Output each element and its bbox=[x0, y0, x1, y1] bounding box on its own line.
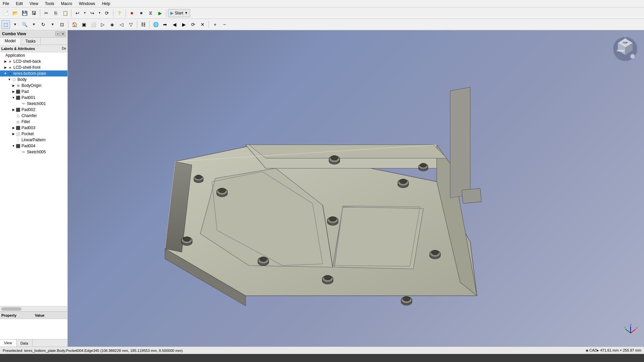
help-button[interactable]: ? bbox=[115, 9, 124, 17]
stop-button[interactable]: ■ bbox=[137, 9, 146, 17]
viewport[interactable]: TOP FRONT X Y Z ▶ bbox=[68, 30, 644, 347]
view-right-button[interactable]: ▷ bbox=[98, 20, 107, 29]
menu-file[interactable]: File bbox=[1, 1, 10, 7]
menu-edit[interactable]: Edit bbox=[14, 1, 24, 7]
select-sub-button[interactable]: ▼ bbox=[11, 20, 19, 29]
sketch005-label: Sketch005 bbox=[27, 150, 46, 154]
box-zoom-button[interactable]: ⊡ bbox=[58, 20, 66, 29]
workbench-arrow: ▼ bbox=[184, 11, 188, 15]
tree-item-body[interactable]: ▼ ⬡ Body bbox=[0, 76, 67, 83]
svg-marker-9 bbox=[249, 145, 447, 158]
arrow: ▶ bbox=[11, 126, 15, 130]
panel-close-button[interactable]: ✕ bbox=[61, 32, 65, 36]
close-nav-button[interactable]: ✕ bbox=[198, 20, 207, 29]
tree-item-pad002[interactable]: ▶ ⬛ Pad002 bbox=[0, 107, 67, 113]
view-bottom-button[interactable]: ▽ bbox=[126, 20, 135, 29]
nav-back-button[interactable]: 🌐 bbox=[151, 20, 160, 29]
tab-tasks[interactable]: Tasks bbox=[21, 38, 41, 45]
copy-button[interactable]: ⎘ bbox=[51, 9, 60, 17]
remove-button[interactable]: − bbox=[220, 20, 229, 29]
svg-point-34 bbox=[260, 257, 267, 262]
pocket-label: Pocket bbox=[21, 132, 34, 136]
labels-col1: Labels & Attributes bbox=[1, 47, 35, 51]
tree-item-linear-pattern[interactable]: ⋮ LinearPattern bbox=[0, 137, 67, 143]
tree-item-pad001[interactable]: ▼ ⬛ Pad001 bbox=[0, 95, 67, 101]
tree-item-pad[interactable]: ▶ ⬛ Pad bbox=[0, 89, 67, 95]
record-button[interactable]: ● bbox=[127, 9, 136, 17]
panel-float-button[interactable]: ▪ bbox=[55, 32, 60, 36]
svg-point-43 bbox=[403, 297, 410, 301]
toolbar-separator-1 bbox=[40, 9, 40, 17]
pad004-label: Pad004 bbox=[21, 144, 35, 148]
labels-collapse-button[interactable]: De bbox=[62, 47, 66, 50]
select-mode-button[interactable]: ⬚ bbox=[1, 20, 10, 29]
macro-button[interactable]: ⧖ bbox=[146, 9, 155, 17]
tree-item-pocket[interactable]: ▶ ⬜ Pocket bbox=[0, 131, 67, 137]
main-area: Combo View ▪ ✕ Model Tasks Labels & Attr… bbox=[0, 30, 644, 347]
tree-item-teres-bottom-plate[interactable]: ▼ ● teres-bottom-plate bbox=[0, 70, 67, 76]
tree-item-lcd-shell-front[interactable]: ▶ ● LCD-shell-front bbox=[0, 64, 67, 70]
menu-help[interactable]: Help bbox=[101, 1, 112, 7]
add-button[interactable]: + bbox=[211, 20, 219, 29]
redo-dropdown[interactable]: ▼ bbox=[97, 9, 102, 17]
property-body bbox=[0, 319, 67, 339]
scroll-thumb-horizontal[interactable] bbox=[1, 307, 21, 311]
svg-point-16 bbox=[420, 163, 427, 167]
tree-root[interactable]: Application bbox=[0, 52, 67, 58]
play-button[interactable]: ▶ bbox=[156, 9, 164, 17]
undo-dropdown[interactable]: ▼ bbox=[83, 9, 87, 17]
tree-item-sketch001[interactable]: ✏ Sketch001 bbox=[0, 101, 67, 107]
save-button[interactable]: 💾 bbox=[20, 9, 29, 17]
btab-data[interactable]: Data bbox=[16, 340, 33, 347]
view-front-button[interactable]: ▣ bbox=[79, 20, 88, 29]
view-back-button[interactable]: ◁ bbox=[117, 20, 126, 29]
bottom-tabs: View Data bbox=[0, 339, 67, 347]
tree-item-lcd-shell-back[interactable]: ▶ ● LCD-shell-back bbox=[0, 58, 67, 64]
prev-page-button[interactable]: ◀ bbox=[170, 20, 179, 29]
redo-button[interactable]: ↪ bbox=[88, 9, 97, 17]
tree-item-fillet[interactable]: ◎ Fillet bbox=[0, 119, 67, 125]
svg-point-28 bbox=[329, 217, 336, 221]
fillet-label: Fillet bbox=[21, 119, 30, 124]
svg-line-60 bbox=[626, 329, 631, 333]
forward-button[interactable]: ➡ bbox=[161, 20, 169, 29]
new-button[interactable]: 📄 bbox=[1, 9, 10, 17]
tree-item-pad003[interactable]: ▶ ⬛ Pad003 bbox=[0, 125, 67, 131]
paste-button[interactable]: 📋 bbox=[61, 9, 69, 17]
saveas-button[interactable]: 🖫 bbox=[30, 9, 38, 17]
menu-macro[interactable]: Macro bbox=[60, 1, 73, 7]
pad-label: Pad bbox=[21, 89, 29, 94]
refresh-button[interactable]: ⟳ bbox=[103, 9, 111, 17]
pad002-icon: ⬛ bbox=[15, 107, 21, 112]
tree-item-chamfer[interactable]: ◇ Chamfer bbox=[0, 113, 67, 119]
teres-label: teres-bottom-plate bbox=[13, 71, 46, 76]
svg-marker-6 bbox=[334, 207, 423, 269]
menu-tools[interactable]: Tools bbox=[44, 1, 56, 7]
view-home-button[interactable]: 🏠 bbox=[70, 20, 79, 29]
tree-item-pad004[interactable]: ▼ ⬛ Pad004 bbox=[0, 143, 67, 149]
view-top-button[interactable]: ⬜ bbox=[89, 20, 98, 29]
workbench-dropdown[interactable]: ▶ Start ▼ bbox=[168, 9, 190, 17]
tab-model[interactable]: Model bbox=[0, 38, 21, 45]
cut-button[interactable]: ✂ bbox=[42, 9, 51, 17]
navigation-cube[interactable]: TOP FRONT bbox=[612, 36, 639, 62]
sync-button[interactable]: ⟳ bbox=[189, 20, 198, 29]
body-label: Body bbox=[17, 77, 26, 82]
btab-view[interactable]: View bbox=[0, 340, 16, 347]
combo-view-header: Combo View ▪ ✕ bbox=[0, 30, 67, 38]
next-page-button[interactable]: ▶ bbox=[179, 20, 188, 29]
open-button[interactable]: 📂 bbox=[11, 9, 19, 17]
horizontal-scrollbar[interactable] bbox=[0, 306, 67, 311]
undo-button[interactable]: ↩ bbox=[73, 9, 82, 17]
zoom-sub-button[interactable]: ▼ bbox=[30, 20, 38, 29]
view-iso-button[interactable]: ◈ bbox=[108, 20, 116, 29]
rotate-button[interactable]: ↻ bbox=[39, 20, 48, 29]
menu-windows[interactable]: Windows bbox=[77, 1, 97, 7]
arrow: ▶ bbox=[11, 132, 15, 136]
tree-item-sketch005[interactable]: ✏ Sketch005 bbox=[0, 149, 67, 155]
tree-item-body-origin[interactable]: ▶ ⊕ BodyOrigin bbox=[0, 83, 67, 89]
menu-view[interactable]: View bbox=[28, 1, 40, 7]
link-button[interactable]: ⛓ bbox=[139, 20, 148, 29]
zoom-all-button[interactable]: 🔍 bbox=[20, 20, 29, 29]
rotate-sub-button[interactable]: ▼ bbox=[48, 20, 57, 29]
